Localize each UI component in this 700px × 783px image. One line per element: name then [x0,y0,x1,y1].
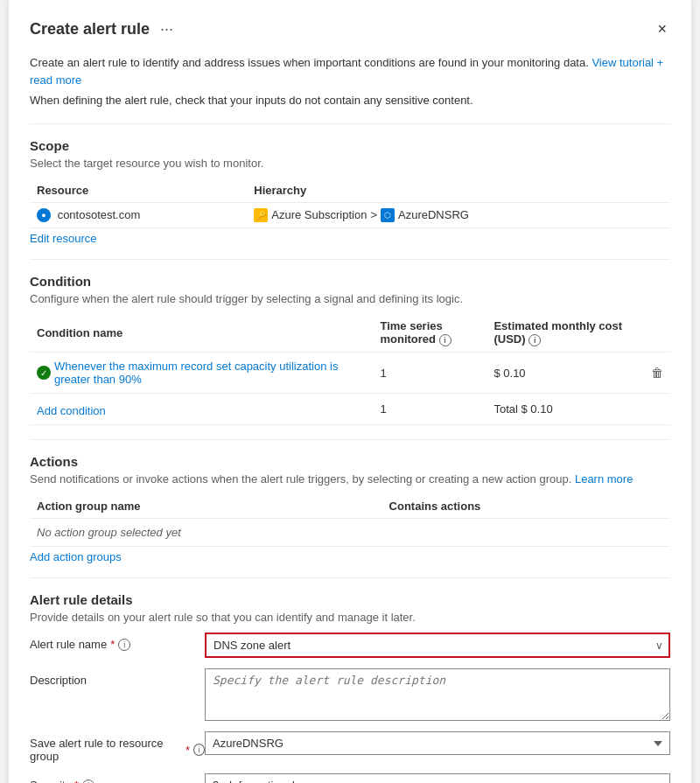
add-condition-cell: Add condition [30,394,373,425]
scope-row: ● contosotest.com 🔑 Azure Subscription >… [30,202,670,228]
divider-3 [30,439,670,440]
condition-cost-value: $ 0.10 [486,353,644,394]
hierarchy-sub: Azure Subscription [271,208,367,221]
action-name-col: Action group name [30,494,382,519]
description-textarea[interactable] [205,668,670,721]
scope-table: Resource Hierarchy ● contosotest.com 🔑 A… [30,178,670,229]
actions-learn-more-link[interactable]: Learn more [575,472,633,486]
action-contains-col: Contains actions [382,494,670,519]
create-alert-rule-dialog: Create alert rule ··· × Create an alert … [9,0,691,783]
save-info-icon[interactable]: i [193,744,205,756]
condition-title: Condition [30,274,670,289]
name-required-star: * [110,638,115,651]
no-action-row: No action group selected yet [30,519,670,547]
dialog-title-row: Create alert rule ··· [30,18,177,40]
alert-rule-name-input[interactable] [205,633,670,658]
actions-description: Send notifications or invoke actions whe… [30,472,670,486]
scope-hierarchy-cell: 🔑 Azure Subscription > ⬡ AzureDNSRG [247,202,670,228]
resource-icon: ● [37,208,51,222]
condition-description: Configure when the alert rule should tri… [30,292,670,305]
scope-description: Select the target resource you wish to m… [30,157,670,170]
check-icon: ✓ [37,366,51,380]
details-description: Provide details on your alert rule so th… [30,611,670,624]
save-rg-select[interactable]: AzureDNSRG [205,731,670,755]
severity-info-icon[interactable]: i [82,780,94,783]
condition-name-cell: ✓ Whenever the maximum record set capaci… [30,353,373,394]
series-info-icon[interactable]: i [439,334,452,346]
details-title: Alert rule details [30,592,670,607]
close-button[interactable]: × [654,17,670,40]
scope-resource-col: Resource [30,178,247,203]
save-required-star: * [186,744,190,757]
scope-title: Scope [30,138,670,153]
delete-condition-icon[interactable]: 🗑 [651,366,663,380]
condition-series-col: Time series monitored i [373,314,486,353]
scope-section: Scope Select the target resource you wis… [30,138,670,246]
divider-2 [30,259,670,260]
edit-resource-link[interactable]: Edit resource [30,232,97,245]
condition-delete-cell[interactable]: 🗑 [644,353,670,394]
condition-row: ✓ Whenever the maximum record set capaci… [30,353,670,394]
intro-text2: When defining the alert rule, check that… [30,92,670,109]
condition-section: Condition Configure when the alert rule … [30,274,670,425]
scope-hierarchy-col: Hierarchy [247,178,670,203]
no-action-cell: No action group selected yet [30,519,382,547]
hierarchy-cell: 🔑 Azure Subscription > ⬡ AzureDNSRG [254,208,663,222]
dialog-header: Create alert rule ··· × [30,17,670,40]
cost-info-icon[interactable]: i [528,334,541,346]
total-cost-cell: Total $ 0.10 [486,394,644,425]
actions-section: Actions Send notifications or invoke act… [30,454,670,563]
subscription-icon: 🔑 [254,208,268,222]
scope-resource-cell: ● contosotest.com [30,202,247,228]
alert-rule-details-section: Alert rule details Provide details on yo… [30,592,670,783]
actions-table: Action group name Contains actions No ac… [30,494,670,547]
hierarchy-sep: > [370,208,377,221]
condition-table: Condition name Time series monitored i E… [30,314,670,425]
condition-name-link[interactable]: Whenever the maximum record set capacity… [54,360,366,386]
intro-text: Create an alert rule to identify and add… [30,54,670,88]
condition-name-col: Condition name [30,314,373,353]
condition-cost-col: Estimated monthly cost (USD) i [486,314,644,353]
severity-label: Severity * i [30,773,205,783]
alert-name-input-wrapper: ∨ [205,633,670,658]
ellipsis-button[interactable]: ··· [157,18,177,40]
actions-title: Actions [30,454,670,469]
divider-4 [30,577,670,578]
save-rg-label: Save alert rule to resource group * i [30,731,205,763]
resource-name: contosotest.com [58,208,141,221]
add-condition-link[interactable]: Add condition [37,404,106,417]
severity-select[interactable]: 0 - Critical1 - Error2 - Warning3 - Info… [205,773,670,783]
hierarchy-rg: AzureDNSRG [398,208,469,221]
name-info-icon[interactable]: i [118,639,130,651]
details-grid: Alert rule name * i ∨ Description Save a… [30,633,670,783]
divider-1 [30,123,670,124]
rg-icon: ⬡ [381,208,395,222]
add-action-groups-link[interactable]: Add action groups [30,550,122,563]
add-condition-row: Add condition 1 Total $ 0.10 [30,394,670,425]
condition-series-value: 1 [373,353,486,394]
dialog-title: Create alert rule [30,20,150,38]
alert-name-label: Alert rule name * i [30,633,205,651]
severity-required-star: * [74,779,79,783]
description-label: Description [30,668,205,687]
total-series-cell: 1 [373,394,486,425]
